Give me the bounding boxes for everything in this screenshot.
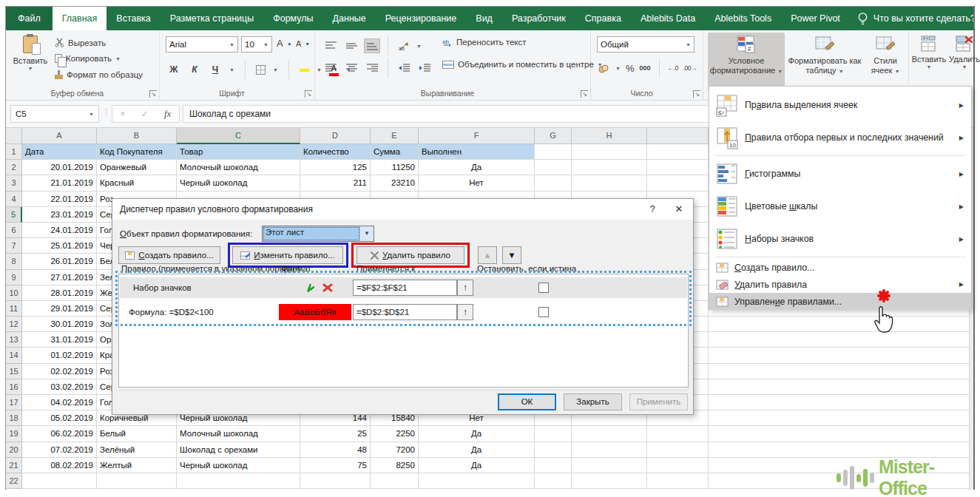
row-header-4[interactable]: 4 bbox=[6, 192, 22, 207]
align-middle-button[interactable] bbox=[343, 38, 359, 53]
cell[interactable] bbox=[572, 175, 647, 191]
format-as-table-button[interactable]: Форматировать как таблицу ▼ bbox=[788, 33, 862, 90]
cell[interactable] bbox=[22, 473, 97, 489]
row-header-3[interactable]: 3 bbox=[6, 175, 22, 191]
cell[interactable] bbox=[647, 442, 709, 458]
cell[interactable] bbox=[709, 410, 973, 426]
cell[interactable]: 03.02.2019 bbox=[22, 379, 97, 395]
cell[interactable]: Да bbox=[419, 160, 535, 175]
cell[interactable] bbox=[709, 364, 973, 379]
cell[interactable]: Оранжевый bbox=[97, 160, 177, 175]
tab-разработчик[interactable]: Разработчик bbox=[502, 7, 575, 30]
cell[interactable]: Да bbox=[419, 442, 535, 458]
tab-вид[interactable]: Вид bbox=[466, 7, 502, 30]
row-header-5[interactable]: 5 bbox=[6, 207, 22, 223]
row-header-8[interactable]: 8 bbox=[6, 254, 22, 269]
rule-row[interactable]: Формула: =$D$2<100АаВbБбЯя=$D$2:$D$21↑ bbox=[120, 302, 687, 322]
column-header-C[interactable]: C bbox=[177, 128, 300, 144]
cell[interactable] bbox=[572, 160, 647, 175]
dialog-close-button[interactable]: ✕ bbox=[666, 199, 692, 219]
column-header-blank[interactable] bbox=[647, 128, 709, 144]
cell[interactable]: Молочный шоколад bbox=[177, 426, 300, 442]
cell-styles-button[interactable]: Стили ячеек ▼ bbox=[865, 33, 906, 90]
cell[interactable] bbox=[709, 395, 973, 410]
cell[interactable] bbox=[535, 144, 572, 160]
cell[interactable] bbox=[535, 442, 572, 458]
cell[interactable]: 24.01.2019 bbox=[22, 223, 97, 238]
cell[interactable] bbox=[709, 426, 973, 442]
cell[interactable]: 02.02.2019 bbox=[22, 364, 97, 379]
copy-button[interactable]: Копировать ▼ bbox=[55, 54, 121, 63]
cell[interactable]: 28.01.2019 bbox=[22, 285, 97, 301]
confirm-entry-button[interactable]: ✓ bbox=[141, 109, 149, 119]
applies-to-input[interactable]: =$D$2:$D$21 bbox=[353, 304, 457, 320]
conditional-formatting-button[interactable]: ≠ Условное форматирование ▼ bbox=[708, 33, 785, 90]
cell[interactable]: 11250 bbox=[371, 160, 419, 175]
menu-item-top-bottom-rules[interactable]: 10Правила отбора первых и последних знач… bbox=[709, 121, 971, 154]
accounting-format-button[interactable] bbox=[598, 64, 610, 73]
insert-function-button[interactable]: fx bbox=[164, 108, 171, 120]
cell[interactable]: 22.01.2019 bbox=[22, 192, 97, 207]
cell[interactable]: Код Покупателя bbox=[97, 144, 177, 160]
cell[interactable] bbox=[419, 473, 535, 489]
tab-главная[interactable]: Главная bbox=[53, 7, 107, 30]
delete-cells-button[interactable]: Удалить ▼ bbox=[947, 33, 980, 90]
name-box[interactable]: C5 ▼ bbox=[10, 105, 99, 123]
cell[interactable] bbox=[535, 458, 572, 473]
comma-style-button[interactable]: 000 bbox=[640, 64, 651, 72]
cell[interactable] bbox=[647, 473, 709, 489]
cell[interactable]: 20.01.2019 bbox=[22, 160, 97, 175]
cell[interactable]: 2250 bbox=[371, 426, 419, 442]
row-header-20[interactable]: 20 bbox=[6, 442, 22, 458]
percent-style-button[interactable]: % bbox=[626, 63, 635, 74]
edit-rule-button[interactable]: Изменить правило... bbox=[232, 246, 343, 264]
cell[interactable]: 7200 bbox=[371, 442, 419, 458]
cell[interactable] bbox=[535, 175, 572, 191]
cell[interactable] bbox=[709, 348, 973, 363]
scope-combo[interactable]: Этот лист ▼ bbox=[262, 226, 374, 242]
apply-button[interactable]: Применить bbox=[629, 393, 688, 410]
collapse-dialog-button[interactable]: ↑ bbox=[457, 304, 473, 320]
cut-button[interactable]: Вырезать bbox=[55, 38, 106, 47]
tab-ablebits-tools[interactable]: Ablebits Tools bbox=[705, 7, 781, 30]
cell[interactable]: Желтый bbox=[97, 458, 177, 473]
decrease-decimal-button[interactable]: .00→ bbox=[683, 64, 697, 72]
cell[interactable]: 30.01.2019 bbox=[22, 317, 97, 332]
align-left-button[interactable] bbox=[322, 61, 339, 75]
menu-item-clear-rules[interactable]: Удалить правила▶ bbox=[709, 276, 971, 293]
row-header-14[interactable]: 14 bbox=[6, 348, 22, 363]
tell-me-box[interactable]: Что вы хотите сделать? bbox=[850, 7, 973, 30]
collapse-dialog-button[interactable]: ↑ bbox=[457, 280, 473, 296]
row-header-2[interactable]: 2 bbox=[6, 160, 22, 175]
cell[interactable]: Черный шоколад bbox=[177, 458, 300, 473]
cancel-entry-button[interactable]: × bbox=[121, 109, 126, 119]
cell[interactable] bbox=[572, 458, 647, 473]
row-header-18[interactable]: 18 bbox=[6, 410, 22, 426]
dialog-launcher-icon[interactable]: ↘ bbox=[693, 90, 700, 98]
cell[interactable] bbox=[572, 473, 647, 489]
cell[interactable] bbox=[300, 473, 371, 489]
font-size-combo[interactable]: 10▼ bbox=[241, 36, 272, 53]
cell[interactable] bbox=[535, 426, 572, 442]
row-header-21[interactable]: 21 bbox=[6, 458, 22, 473]
cell[interactable]: Белый bbox=[97, 426, 177, 442]
borders-button[interactable] bbox=[256, 65, 266, 75]
shrink-font-button[interactable]: А▼ bbox=[296, 39, 310, 48]
cell[interactable]: 07.02.2019 bbox=[22, 442, 97, 458]
stop-if-true-checkbox[interactable] bbox=[538, 307, 549, 317]
cell[interactable]: 06.02.2019 bbox=[22, 426, 97, 442]
select-all-corner[interactable] bbox=[6, 128, 22, 144]
menu-item-highlight-cells-rules[interactable]: ≤›Правила выделения ячеек▶ bbox=[709, 89, 971, 121]
column-header-G[interactable]: G bbox=[535, 128, 572, 144]
cell[interactable] bbox=[709, 317, 973, 332]
tab-рецензирование[interactable]: Рецензирование bbox=[376, 7, 467, 30]
cell[interactable]: 23.01.2019 bbox=[22, 207, 97, 223]
cell[interactable] bbox=[371, 473, 419, 489]
dialog-launcher-icon[interactable]: ↘ bbox=[149, 90, 157, 98]
align-right-button[interactable] bbox=[364, 61, 380, 75]
paste-button[interactable]: Вставить ▼ bbox=[10, 33, 50, 90]
menu-item-new-rule[interactable]: Создать правило... bbox=[709, 259, 971, 276]
cell[interactable] bbox=[647, 160, 709, 175]
number-format-combo[interactable]: Общий▼ bbox=[597, 36, 695, 53]
cell[interactable]: 125 bbox=[300, 160, 371, 175]
